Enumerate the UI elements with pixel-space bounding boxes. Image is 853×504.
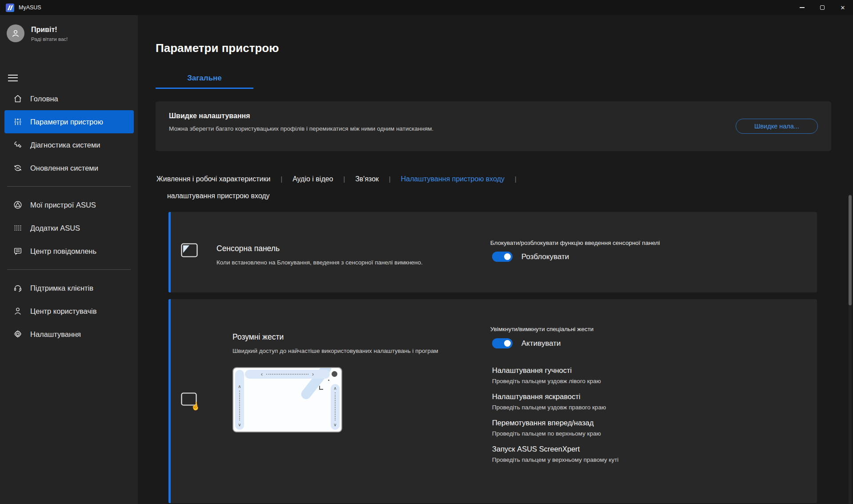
- sidebar-item-system-update[interactable]: Оновлення системи: [4, 156, 134, 180]
- hand-pointer-icon: ☝: [190, 401, 201, 412]
- maximize-button[interactable]: [812, 0, 833, 15]
- page-title: Параметри пристрою: [156, 41, 279, 55]
- sub-tab-connectivity[interactable]: Зв'язок: [355, 175, 379, 183]
- sliders-icon: [12, 116, 23, 127]
- quick-settings-button[interactable]: Швидке нала...: [736, 119, 818, 134]
- user-icon: [12, 306, 23, 316]
- home-icon: [12, 93, 23, 104]
- smart-gestures-icon: ☝: [181, 392, 199, 408]
- left-edge-gesture-strip: ∧∨: [235, 370, 244, 430]
- tab-general[interactable]: Загальне: [156, 74, 253, 89]
- gestures-title: Розумні жести: [232, 332, 284, 342]
- touchpad-illustration: ‹› ∧∨ ∧∨: [232, 367, 342, 432]
- top-edge-gesture-strip: ‹›: [245, 370, 330, 379]
- profile-area[interactable]: Привіт! Раді вітати вас!: [7, 24, 68, 42]
- greeting-subtitle: Раді вітати вас!: [31, 36, 68, 42]
- gestures-toggle-label: Активувати: [521, 339, 561, 348]
- hamburger-menu-icon[interactable]: [8, 70, 24, 85]
- minimize-icon: [800, 7, 805, 8]
- update-icon: [12, 163, 23, 173]
- message-icon: [12, 246, 23, 256]
- window-controls: ✕: [792, 0, 853, 15]
- sidebar-item-customer-support[interactable]: Підтримка клієнтів: [4, 276, 134, 300]
- sidebar-item-message-center[interactable]: Центр повідомлень: [4, 240, 134, 263]
- touchpad-description: Коли встановлено на Блокування, введення…: [216, 259, 423, 266]
- gesture-item-seek: Перемотування вперед/назад Проведіть пал…: [492, 418, 619, 437]
- gear-icon: [12, 329, 23, 340]
- sidebar-divider: [7, 269, 131, 270]
- sidebar-item-asus-apps[interactable]: Додатки ASUS: [4, 216, 134, 240]
- smart-gestures-card: Розумні жести Швидкий доступ до найчасті…: [168, 299, 817, 503]
- quick-settings-title: Швидке налаштування: [169, 112, 818, 120]
- close-icon: ✕: [841, 5, 845, 11]
- touchpad-toggle-label: Розблокувати: [521, 252, 569, 261]
- quick-settings-description: Можна зберегти багато користувацьких про…: [169, 125, 818, 132]
- greeting-title: Привіт!: [31, 26, 68, 34]
- headset-icon: [12, 283, 23, 293]
- sub-tab-power[interactable]: Живлення і робочі характеристики: [156, 175, 270, 183]
- gesture-item-screenxpert: Запуск ASUS ScreenXpert Проведіть пальце…: [492, 444, 619, 464]
- sidebar-item-device-settings[interactable]: Параметри пристрою: [4, 110, 134, 133]
- scrollbar-thumb[interactable]: [849, 195, 852, 305]
- sub-tab-separator: |: [344, 176, 345, 183]
- avatar: [7, 24, 24, 42]
- sub-tab-separator: |: [389, 176, 391, 183]
- touchpad-control-label: Блокувати/розблокувати функцію введення …: [490, 240, 660, 246]
- person-icon: [11, 28, 20, 38]
- touchpad-toggle[interactable]: [492, 252, 513, 262]
- sidebar: Привіт! Раді вітати вас! Головна Парамет…: [0, 15, 138, 504]
- sub-tabs: Живлення і робочі характеристики | Аудіо…: [156, 175, 527, 183]
- gestures-description: Швидкий доступ до найчастіше використову…: [232, 348, 438, 354]
- sidebar-item-my-asus-devices[interactable]: Мої пристрої ASUS: [4, 193, 134, 216]
- gestures-control-label: Увімкнути/вимкнути спеціальні жести: [490, 326, 593, 332]
- gestures-toggle[interactable]: [492, 338, 513, 348]
- wrench-icon: [12, 140, 23, 150]
- sidebar-divider: [7, 186, 131, 187]
- titlebar: MyASUS ✕: [0, 0, 853, 15]
- sidebar-item-home[interactable]: Головна: [4, 87, 134, 110]
- sidebar-nav: Головна Параметри пристрою Діагностика с…: [0, 87, 138, 346]
- close-button[interactable]: ✕: [833, 0, 853, 15]
- apps-grid-icon: [12, 223, 23, 233]
- sub-tab-separator: |: [280, 176, 282, 183]
- touchpad-title: Сенсорна панель: [216, 244, 280, 253]
- sidebar-item-user-center[interactable]: Центр користувачів: [4, 300, 134, 323]
- myasus-logo-icon: [6, 4, 14, 12]
- minimize-button[interactable]: [792, 0, 812, 15]
- gesture-item-brightness: Налаштування яскравості Проведіть пальце…: [492, 392, 619, 411]
- gesture-item-volume: Налаштування гучності Проведіть пальцем …: [492, 366, 619, 385]
- touchpad-card: Сенсорна панель Коли встановлено на Блок…: [168, 212, 817, 292]
- app-title: MyASUS: [19, 4, 41, 11]
- corner-arrow: [319, 386, 323, 390]
- right-edge-gesture-strip: ∧∨: [331, 384, 340, 430]
- corner-dot: [332, 371, 337, 377]
- device-icon: [12, 200, 23, 210]
- sidebar-item-settings[interactable]: Налаштування: [4, 323, 134, 346]
- quick-settings-card: Швидке налаштування Можна зберегти багат…: [156, 101, 831, 151]
- touchpad-icon: [181, 243, 198, 257]
- sub-tab-input-device[interactable]: Налаштування пристрою входу: [401, 175, 505, 183]
- gesture-list: Налаштування гучності Проведіть пальцем …: [492, 366, 619, 471]
- sidebar-item-diagnostics[interactable]: Діагностика системи: [4, 133, 134, 156]
- main-content: Параметри пристрою Загальне Швидке налаш…: [138, 15, 853, 504]
- sub-tab-separator: |: [515, 176, 517, 183]
- section-label-input-device: налаштування пристрою входу: [167, 192, 270, 200]
- sub-tab-audio-video[interactable]: Аудіо і відео: [292, 175, 333, 183]
- vertical-scrollbar: [849, 194, 852, 504]
- maximize-icon: [820, 5, 825, 10]
